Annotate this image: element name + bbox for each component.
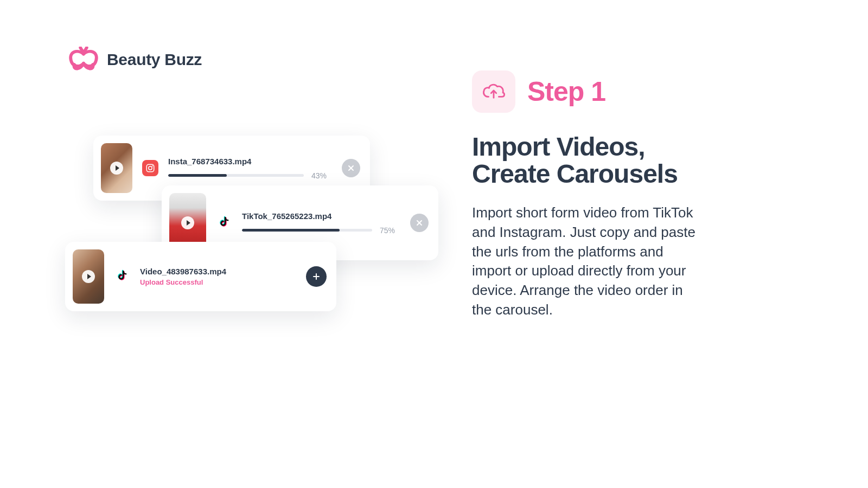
cancel-upload-button[interactable] [410,214,429,232]
upload-cards: Insta_768734633.mp4 43% [65,136,445,363]
upload-percent: 43% [311,171,332,180]
svg-point-2 [152,165,153,166]
step-body: Import short form video from TikTok and … [472,203,705,320]
upload-filename: Video_483987633.mp4 [140,267,296,276]
upload-filename: Insta_768734633.mp4 [168,157,332,166]
play-icon [82,270,95,283]
add-to-carousel-button[interactable] [306,266,327,287]
video-thumbnail[interactable] [73,249,104,304]
svg-point-1 [149,166,152,170]
video-thumbnail[interactable] [101,143,132,193]
upload-progress: 43% [168,171,332,180]
upload-card: Video_483987633.mp4 Upload Successful [65,242,336,311]
upload-status: Upload Successful [140,278,296,286]
tiktok-icon [216,215,232,231]
upload-progress: 75% [242,226,400,235]
step-panel: Step 1 Import Videos, Create Carousels I… [472,70,705,320]
tiktok-icon [114,268,130,285]
play-icon [110,162,123,175]
instagram-icon [142,160,158,176]
upload-percent: 75% [380,226,400,235]
brand-logo: Beauty Buzz [68,47,202,73]
cloud-upload-icon [472,70,515,113]
brand-name: Beauty Buzz [107,50,202,69]
step-header: Step 1 [472,70,705,113]
step-number: Step 1 [527,76,605,107]
play-icon [181,216,194,229]
step-headline: Import Videos, Create Carousels [472,133,705,188]
butterfly-icon [68,47,99,73]
cancel-upload-button[interactable] [342,159,360,177]
upload-filename: TikTok_765265223.mp4 [242,211,400,221]
